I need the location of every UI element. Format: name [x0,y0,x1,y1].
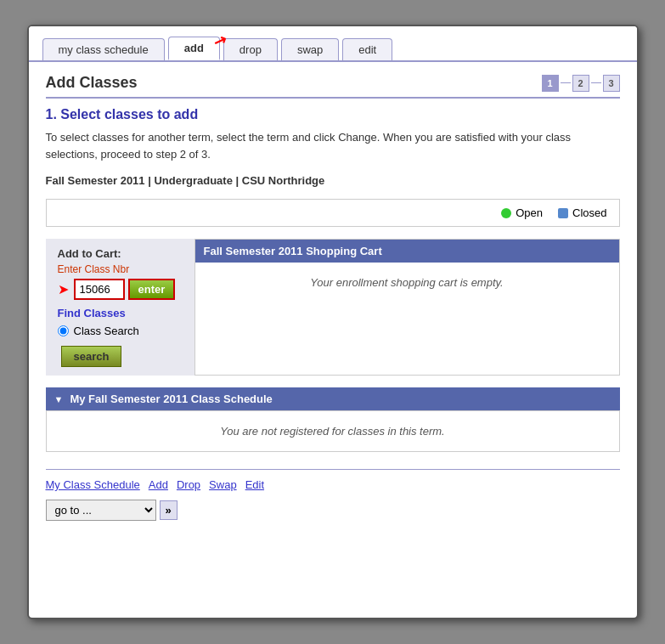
tab-swap[interactable]: swap [281,38,339,60]
footer-link-edit[interactable]: Edit [245,478,264,491]
footer-link-swap[interactable]: Swap [209,478,237,491]
tab-edit-label: edit [358,43,376,56]
footer-link-my-class-schedule[interactable]: My Class Schedule [46,478,140,491]
class-number-input[interactable] [74,279,125,300]
step-3: 3 [603,75,620,92]
enter-button[interactable]: enter [128,279,176,300]
tab-my-class-schedule-label: my class schedule [59,43,149,56]
input-arrow-icon: ➤ [58,281,69,297]
legend-open: Open [501,206,543,219]
tab-bar: my class schedule add ↙ drop swap edit [29,26,637,60]
tab-add-label: add [184,42,204,54]
step-2: 2 [572,75,589,92]
tab-my-class-schedule[interactable]: my class schedule [42,38,165,60]
schedule-header-label: My Fall Semester 2011 Class Schedule [70,393,272,405]
tab-swap-label: swap [297,43,323,56]
class-search-radio-row: Class Search [58,325,183,337]
schedule-empty-message: You are not registered for classes in th… [46,410,620,452]
tab-drop[interactable]: drop [223,38,278,60]
step-indicator: 1 2 3 [542,75,620,92]
step-connector-1 [561,82,571,83]
footer-link-add[interactable]: Add [149,478,168,491]
page-title: Add Classes [46,74,138,92]
tab-add[interactable]: add ↙ [168,37,220,60]
instructions-text: To select classes for another term, sele… [46,129,620,162]
legend-box: Open Closed [46,199,620,227]
class-search-radio[interactable] [58,325,69,336]
goto-button[interactable]: » [160,500,178,520]
schedule-header: ▼ My Fall Semester 2011 Class Schedule [46,387,620,410]
legend-closed: Closed [558,206,606,219]
cart-header: Fall Semester 2011 Shopping Cart [195,240,619,263]
main-content: Add Classes 1 2 3 1. Select classes to a… [29,60,637,533]
footer-link-drop[interactable]: Drop [177,478,200,491]
closed-icon [558,208,568,218]
goto-select[interactable]: go to ... [46,500,156,521]
term-info: Fall Semester 2011 | Undergraduate | CSU… [46,174,620,187]
open-label: Open [516,206,543,219]
open-icon [501,208,511,218]
footer: My Class Schedule Add Drop Swap Edit go … [46,469,620,521]
class-input-row: ➤ enter [58,279,183,300]
find-classes-label: Find Classes [58,307,183,319]
tab-drop-label: drop [240,43,262,56]
add-cart-section: Add to Cart: Enter Class Nbr ➤ enter Fin… [46,239,620,376]
class-search-label: Class Search [74,325,139,337]
schedule-section: ▼ My Fall Semester 2011 Class Schedule Y… [46,387,620,452]
closed-label: Closed [572,206,606,219]
step-connector-2 [591,82,601,83]
footer-nav: go to ... » [46,500,620,521]
footer-links: My Class Schedule Add Drop Swap Edit [46,478,620,491]
page-title-bar: Add Classes 1 2 3 [46,74,620,99]
collapse-icon[interactable]: ▼ [54,394,64,404]
add-to-cart-label: Add to Cart: [58,247,183,260]
main-window: my class schedule add ↙ drop swap edit A… [27,25,639,619]
shopping-cart-panel: Fall Semester 2011 Shopping Cart Your en… [194,239,620,376]
tab-edit[interactable]: edit [342,38,392,60]
search-button[interactable]: search [61,346,122,367]
step-1: 1 [542,75,559,92]
left-panel: Add to Cart: Enter Class Nbr ➤ enter Fin… [46,239,194,376]
enter-class-label: Enter Class Nbr [58,263,183,275]
cart-empty-message: Your enrollment shopping cart is empty. [195,263,619,302]
section-heading: 1. Select classes to add [46,107,620,122]
